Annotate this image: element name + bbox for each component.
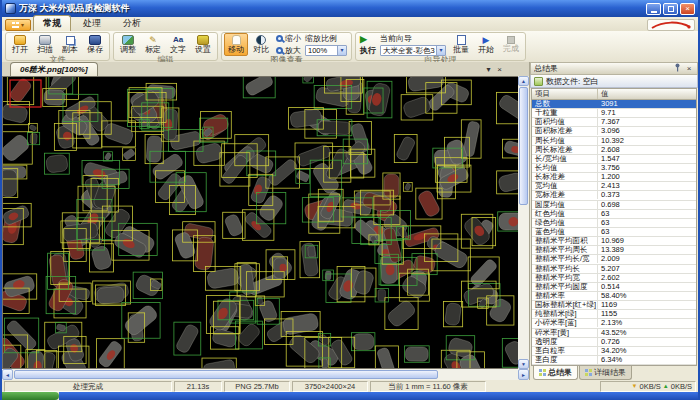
table-row[interactable]: 垩白粒率34.20% bbox=[532, 347, 696, 356]
detail-grid-icon bbox=[585, 369, 592, 376]
table-row[interactable]: 垩白度6.34% bbox=[532, 356, 696, 365]
column-header-item[interactable]: 项目 bbox=[532, 89, 598, 99]
row-item-label: 长/宽均值 bbox=[532, 155, 598, 163]
table-row[interactable]: 整精米平均周长13.389 bbox=[532, 246, 696, 255]
table-row[interactable]: 整精米平均圆度0.514 bbox=[532, 283, 696, 292]
row-value: 13.389 bbox=[598, 246, 696, 254]
magnifier-minus-icon bbox=[276, 35, 283, 42]
row-value: 2.13% bbox=[598, 319, 696, 327]
restore-button[interactable] bbox=[663, 3, 678, 15]
app-menu-icon bbox=[12, 22, 19, 28]
table-row[interactable]: 周长标准差2.608 bbox=[532, 146, 696, 155]
row-value: 2.602 bbox=[598, 274, 696, 282]
finish-button[interactable]: 完成 bbox=[499, 34, 523, 55]
brand-logo bbox=[647, 19, 695, 31]
row-item-label: 小碎米率[蓝] bbox=[532, 319, 598, 327]
duplicate-button[interactable]: 副本 bbox=[58, 34, 82, 56]
tab-detail-results[interactable]: 详细结果 bbox=[579, 366, 632, 380]
taskbar-edge bbox=[59, 392, 698, 400]
table-row[interactable]: 周长均值10.392 bbox=[532, 137, 696, 146]
open-button[interactable]: 打开 bbox=[8, 33, 32, 56]
group-image-view: 移动 对比 缩小 缩放比例 放大 100%▾ 图像查看 bbox=[221, 32, 352, 61]
datafile-label: 数据文件: 空白 bbox=[546, 76, 598, 87]
status-network: ▼ 0KB/S ▲ 0KB/S bbox=[600, 381, 696, 392]
table-row[interactable]: 总数3091 bbox=[532, 100, 696, 109]
table-row[interactable]: 整精米平均宽2.602 bbox=[532, 274, 696, 283]
scroll-down-icon[interactable]: ▼ bbox=[518, 359, 529, 369]
table-row[interactable]: 面积均值7.367 bbox=[532, 118, 696, 127]
row-value: 43.52% bbox=[598, 329, 696, 337]
row-value: 0.373 bbox=[598, 191, 696, 199]
text-button[interactable]: Aa文字 bbox=[166, 33, 190, 56]
minimize-button[interactable] bbox=[646, 3, 661, 15]
chevron-down-icon[interactable]: ▾ bbox=[436, 46, 445, 55]
calibrate-button[interactable]: ✎标定 bbox=[141, 33, 165, 56]
image-viewer-pane: 06糙米.png[100%] ▾ × ▲ ▼ ◄ bbox=[2, 62, 530, 380]
table-row[interactable]: 圆度均值0.698 bbox=[532, 201, 696, 210]
specimen-canvas[interactable] bbox=[2, 76, 518, 369]
tab-summary-results[interactable]: 总结果 bbox=[533, 366, 578, 380]
viewer-close-button[interactable]: × bbox=[494, 64, 505, 76]
adjust-button[interactable]: 调整 bbox=[116, 33, 140, 56]
table-row[interactable]: 绿色均值63 bbox=[532, 219, 696, 228]
table-row[interactable]: 红色均值63 bbox=[532, 210, 696, 219]
contrast-button[interactable]: 对比 bbox=[249, 33, 273, 56]
table-row[interactable]: 长均值3.756 bbox=[532, 164, 696, 173]
vertical-scroll-thumb[interactable] bbox=[519, 87, 528, 205]
group-file: 打开 扫描 副本 保存 文件 bbox=[5, 32, 110, 61]
image-adjust-icon bbox=[122, 35, 134, 45]
app-menu-button[interactable]: ▾ bbox=[5, 19, 31, 31]
tab-analysis[interactable]: 分析 bbox=[113, 15, 151, 31]
row-item-label: 面积均值 bbox=[532, 118, 598, 126]
vertical-scrollbar[interactable]: ▲ ▼ bbox=[518, 76, 529, 369]
batch-button[interactable]: 批量 bbox=[449, 33, 473, 56]
pin-icon[interactable] bbox=[672, 63, 682, 75]
tab-process[interactable]: 处理 bbox=[73, 15, 111, 31]
results-panel: 总结果 × 数据文件: 空白 项目 值 总数3091千粒重9.71面积均值7.3… bbox=[530, 62, 698, 380]
image-document-tab[interactable]: 06糙米.png[100%] bbox=[10, 62, 98, 76]
table-row[interactable]: 千粒重9.71 bbox=[532, 109, 696, 118]
scroll-right-icon[interactable]: ► bbox=[518, 369, 529, 380]
table-row[interactable]: 长标准差1.200 bbox=[532, 173, 696, 182]
row-item-label: 整精米平均长/宽 bbox=[532, 255, 598, 263]
table-row[interactable]: 宽标准差0.373 bbox=[532, 191, 696, 200]
table-row[interactable]: 碎米率[黄]43.52% bbox=[532, 329, 696, 338]
scroll-left-icon[interactable]: ◄ bbox=[2, 369, 13, 380]
table-row[interactable]: 整精米平均面积10.969 bbox=[532, 237, 696, 246]
table-row[interactable]: 整精米平均长/宽2.009 bbox=[532, 255, 696, 264]
horizontal-scroll-thumb[interactable] bbox=[14, 370, 438, 379]
row-value: 63 bbox=[598, 219, 696, 227]
close-button[interactable]: × bbox=[680, 3, 695, 15]
table-row[interactable]: 小碎米率[蓝]2.13% bbox=[532, 319, 696, 328]
panel-close-icon[interactable]: × bbox=[684, 63, 694, 74]
row-value: 63 bbox=[598, 210, 696, 218]
table-row[interactable]: 长/宽均值1.547 bbox=[532, 155, 696, 164]
table-row[interactable]: 透明度0.726 bbox=[532, 338, 696, 347]
table-row[interactable]: 国标整精米[红+绿]1169 bbox=[532, 301, 696, 310]
tab-general[interactable]: 常规 bbox=[33, 15, 71, 31]
upload-rate: 0KB/S bbox=[671, 382, 692, 391]
scan-button[interactable]: 扫描 bbox=[33, 33, 57, 56]
scanner-icon bbox=[39, 35, 51, 45]
settings-button[interactable]: 设置 bbox=[191, 33, 215, 56]
table-row[interactable]: 面积标准差3.096 bbox=[532, 127, 696, 136]
start-button[interactable]: ▶开始 bbox=[474, 33, 498, 56]
row-value: 0.726 bbox=[598, 338, 696, 346]
start-button-edge[interactable] bbox=[2, 392, 59, 400]
scroll-up-icon[interactable]: ▲ bbox=[518, 76, 529, 86]
table-row[interactable]: 整精米率58.40% bbox=[532, 292, 696, 301]
zoom-out-button[interactable]: 缩小 bbox=[276, 33, 301, 44]
table-row[interactable]: 宽均值2.413 bbox=[532, 182, 696, 191]
execute-button[interactable]: 执行 bbox=[360, 45, 376, 56]
table-row[interactable]: 整精米平均长5.207 bbox=[532, 265, 696, 274]
viewer-menu-dropdown[interactable]: ▾ bbox=[483, 64, 494, 76]
column-header-value[interactable]: 值 bbox=[598, 89, 696, 99]
chevron-down-icon[interactable]: ▾ bbox=[337, 46, 346, 55]
save-button[interactable]: 保存 bbox=[83, 33, 107, 56]
table-row[interactable]: 纯整精米[绿]1155 bbox=[532, 310, 696, 319]
move-tool-button[interactable]: 移动 bbox=[224, 33, 248, 56]
table-row[interactable]: 蓝色均值63 bbox=[532, 228, 696, 237]
horizontal-scrollbar[interactable]: ◄ ► bbox=[2, 369, 529, 380]
zoom-ratio-select[interactable]: 100%▾ bbox=[305, 45, 347, 56]
ribbon-tab-row: ▾ 常规 处理 分析 bbox=[2, 17, 698, 31]
